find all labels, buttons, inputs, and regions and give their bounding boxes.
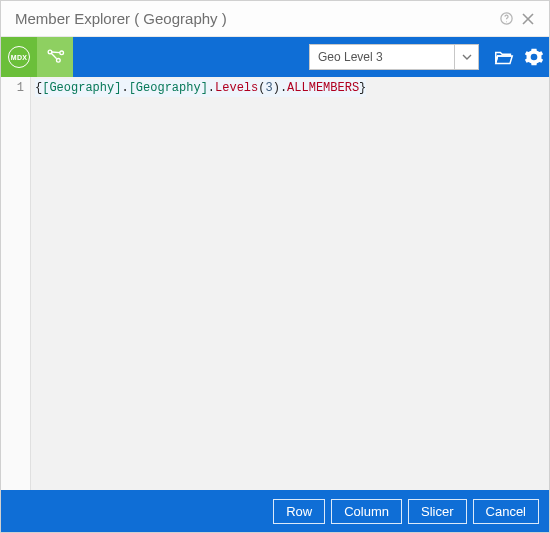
mode-toggle: MDX <box>1 37 73 77</box>
gear-icon[interactable] <box>519 42 549 72</box>
toolbar: MDX Geo Level 3 <box>1 37 549 77</box>
level-select[interactable]: Geo Level 3 <box>309 44 479 70</box>
code-token: } <box>359 81 366 95</box>
cancel-button[interactable]: Cancel <box>473 499 539 524</box>
code-token: 3 <box>265 81 272 95</box>
code-token: . <box>280 81 287 95</box>
code-area[interactable]: {[Geography].[Geography].Levels(3).ALLME… <box>31 77 549 490</box>
help-icon[interactable] <box>495 8 517 30</box>
window-title: Member Explorer ( Geography ) <box>15 10 495 27</box>
title-bar: Member Explorer ( Geography ) <box>1 1 549 37</box>
code-editor[interactable]: 1 {[Geography].[Geography].Levels(3).ALL… <box>1 77 549 490</box>
code-token: [Geography] <box>42 81 121 95</box>
open-folder-icon[interactable] <box>489 42 519 72</box>
column-button[interactable]: Column <box>331 499 402 524</box>
mdx-mode-button[interactable]: MDX <box>1 37 37 77</box>
tree-mode-button[interactable] <box>37 37 73 77</box>
footer: Row Column Slicer Cancel <box>1 490 549 532</box>
chevron-down-icon <box>454 45 478 69</box>
code-token: [Geography] <box>129 81 208 95</box>
code-token: Levels <box>215 81 258 95</box>
svg-point-6 <box>60 51 64 55</box>
code-token: . <box>121 81 128 95</box>
code-line: {[Geography].[Geography].Levels(3).ALLME… <box>35 79 366 97</box>
level-select-value: Geo Level 3 <box>310 50 454 64</box>
hierarchy-icon <box>45 47 65 67</box>
mdx-icon: MDX <box>8 46 30 68</box>
svg-point-1 <box>506 21 507 22</box>
svg-point-7 <box>532 55 536 59</box>
line-number: 1 <box>1 79 24 97</box>
code-token: . <box>208 81 215 95</box>
code-token: ALLMEMBERS <box>287 81 359 95</box>
slicer-button[interactable]: Slicer <box>408 499 467 524</box>
svg-point-5 <box>57 59 61 63</box>
row-button[interactable]: Row <box>273 499 325 524</box>
close-icon[interactable] <box>517 8 539 30</box>
line-gutter: 1 <box>1 77 31 490</box>
code-token: ) <box>273 81 280 95</box>
